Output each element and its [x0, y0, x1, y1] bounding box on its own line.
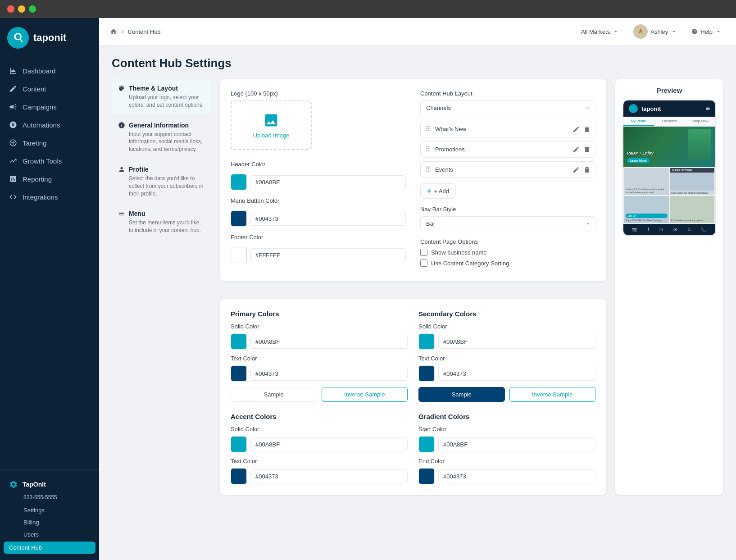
nav-bar-style-dropdown[interactable]: Bar Tabs None	[420, 216, 595, 231]
primary-solid-color-input[interactable]	[250, 335, 408, 349]
page-body: Content Hub Settings Theme & Layout Uplo…	[99, 46, 736, 560]
primary-inverse-sample-button[interactable]: Inverse Sample	[322, 387, 408, 402]
preview-title: Preview	[622, 87, 716, 94]
secondary-sample-button[interactable]: Sample	[418, 387, 505, 402]
sidebar-item-campaigns[interactable]: Campaigns	[0, 98, 99, 116]
automation-icon	[9, 121, 17, 129]
menu-button-color-input[interactable]	[250, 212, 406, 226]
accent-text-color-input[interactable]	[250, 469, 408, 483]
window-minimize-btn[interactable]	[18, 5, 25, 13]
footer-color-swatch[interactable]	[231, 247, 247, 263]
user-chevron-icon	[671, 28, 677, 35]
gradient-end-color-input[interactable]	[438, 469, 595, 483]
sidebar-item-content[interactable]: Content	[0, 80, 99, 98]
sidebar-item-billing[interactable]: Billing	[0, 516, 99, 528]
primary-text-color-input[interactable]	[250, 367, 408, 381]
use-content-category-checkbox[interactable]	[420, 260, 427, 267]
show-business-name-label[interactable]: Show business name	[431, 249, 487, 256]
channel-list: ⠿ What's New	[420, 121, 595, 178]
edit-events-icon[interactable]	[572, 166, 580, 173]
user-menu-btn[interactable]: A Ashley	[630, 23, 681, 41]
header-color-input[interactable]	[250, 175, 406, 189]
layout-dropdown[interactable]: Channels Grid List	[420, 100, 595, 115]
help-btn[interactable]: Help	[688, 27, 725, 37]
phone-mockup: taponit ≡ My Profile Favorites Shop Now	[622, 100, 716, 236]
delete-promotions-icon[interactable]	[583, 146, 591, 153]
secondary-inverse-sample-button[interactable]: Inverse Sample	[509, 387, 596, 402]
header-color-swatch[interactable]	[231, 174, 247, 190]
settings-nav-menu[interactable]: Menu Set the menu items you'd like to in…	[112, 205, 211, 240]
page-title: Content Hub Settings	[112, 56, 723, 70]
sidebar-item-growth-tools[interactable]: Growth Tools	[0, 152, 99, 170]
gradient-start-color-input[interactable]	[438, 437, 595, 451]
image-upload-icon	[263, 112, 279, 128]
secondary-solid-color-input[interactable]	[438, 335, 595, 349]
sidebar-item-users[interactable]: Users	[0, 528, 99, 541]
sidebar-item-targeting[interactable]: Tareting	[0, 134, 99, 152]
email-footer-icon: ✉	[673, 227, 677, 232]
preview-panel: Preview taponit ≡	[615, 79, 723, 495]
home-icon[interactable]	[110, 28, 117, 35]
sidebar-logo: taponit	[0, 18, 99, 56]
add-channel-button[interactable]: + + Add	[420, 183, 456, 199]
drag-handle-whats-new[interactable]: ⠿	[425, 125, 431, 133]
drag-handle-events[interactable]: ⠿	[425, 165, 431, 174]
primary-solid-color-swatch[interactable]	[231, 333, 247, 350]
avatar: A	[633, 24, 648, 39]
growth-icon	[9, 157, 17, 165]
colors-section: Primary Colors Solid Color Text Color	[220, 299, 606, 495]
gradient-end-color-swatch[interactable]	[418, 468, 435, 484]
footer-color-input[interactable]	[250, 248, 406, 262]
delete-events-icon[interactable]	[583, 166, 591, 173]
settings-nav-theme-layout[interactable]: Theme & Layout Upload your logo, select …	[112, 79, 211, 114]
primary-text-color-swatch[interactable]	[231, 365, 247, 382]
secondary-text-color-swatch[interactable]	[418, 365, 435, 382]
phone-nav: taponit ≡	[623, 100, 715, 117]
upload-image-text: Upload Image	[253, 132, 290, 139]
use-content-category-label[interactable]: Use Content Category Sorting	[431, 260, 509, 267]
secondary-text-color-input[interactable]	[438, 367, 595, 381]
settings-nav-general-info[interactable]: General Information Input your support c…	[112, 116, 211, 159]
show-business-name-checkbox[interactable]	[420, 249, 427, 256]
linkedin-footer-icon: in	[659, 227, 663, 232]
gradient-start-color-swatch[interactable]	[418, 436, 435, 452]
accent-solid-color-input[interactable]	[250, 437, 408, 451]
chart-icon	[9, 67, 17, 75]
window-maximize-btn[interactable]	[29, 5, 36, 13]
all-markets-btn[interactable]: All Markets	[577, 27, 622, 37]
sidebar-item-content-hub[interactable]: Content Hub	[4, 542, 95, 554]
drag-handle-promotions[interactable]: ⠿	[425, 145, 431, 154]
window-close-btn[interactable]	[7, 5, 14, 13]
accent-text-color-swatch[interactable]	[231, 468, 247, 484]
delete-whats-new-icon[interactable]	[583, 126, 591, 133]
sidebar-item-integrations[interactable]: Integrations	[0, 188, 99, 206]
menu-button-color-swatch[interactable]	[231, 210, 247, 227]
footer-color-field: Footer Color	[231, 234, 406, 263]
accent-solid-color-swatch[interactable]	[231, 436, 247, 452]
sidebar-item-settings[interactable]: Settings	[0, 504, 99, 516]
phone-hero: Relax + Enjoy Learn More	[623, 127, 715, 167]
channel-item-promotions: ⠿ Promotions	[420, 141, 595, 158]
theme-layout-card: Logo (100 x 50px) Upload Image	[220, 79, 606, 281]
hero-learn-more-btn[interactable]: Learn More	[627, 158, 650, 163]
edit-promotions-icon[interactable]	[572, 146, 580, 153]
phone-tab-favorites[interactable]: Favorites	[654, 117, 685, 126]
phone-tab-my-profile[interactable]: My Profile	[623, 117, 654, 126]
primary-sample-button[interactable]: Sample	[231, 387, 317, 402]
sidebar-item-reporting[interactable]: Reporting	[0, 170, 99, 188]
accent-colors-group: Accent Colors Solid Color Text Color	[231, 413, 408, 484]
help-chevron-icon	[715, 28, 722, 35]
phone-footer: 📷 f in ✉ 𝕏 📞	[623, 224, 715, 235]
sidebar-item-automations[interactable]: Automations	[0, 116, 99, 134]
sidebar-item-dashboard[interactable]: Dashboard	[0, 62, 99, 80]
secondary-solid-color-swatch[interactable]	[418, 333, 435, 350]
logo-text: taponit	[33, 32, 66, 44]
phone-tab-shop-now[interactable]: Shop Now	[685, 117, 715, 126]
facebook-footer-icon: f	[648, 227, 649, 232]
upload-image-box[interactable]: Upload Image	[231, 100, 312, 150]
sidebar-account: TapOnIt 833-555-5555 Settings Billing Us…	[0, 469, 99, 560]
phone-logo: taponit	[629, 104, 661, 113]
pencil-icon	[9, 85, 17, 93]
settings-nav-profile[interactable]: Profile Select the data you'd like to co…	[112, 160, 211, 203]
edit-whats-new-icon[interactable]	[572, 126, 580, 133]
